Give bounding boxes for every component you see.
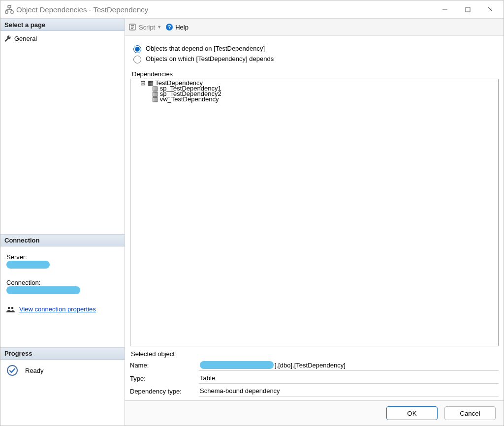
sidebar-item-general[interactable]: General	[4, 34, 121, 43]
selected-deptype-label: Dependency type:	[130, 388, 199, 395]
close-button[interactable]	[479, 1, 502, 17]
radio-depends-input[interactable]	[133, 56, 141, 63]
progress-header: Progress	[0, 347, 125, 360]
view-connection-properties-link[interactable]: View connection properties	[19, 305, 96, 313]
progress-status: Ready	[25, 367, 44, 374]
dialog-window: Object Dependencies - TestDependency Sel…	[0, 0, 504, 426]
svg-text:?: ?	[168, 24, 171, 30]
svg-point-9	[7, 365, 17, 375]
connection-label: Connection:	[6, 279, 119, 286]
sidebar: Select a page General Connection Server:…	[0, 19, 125, 426]
svg-rect-1	[5, 11, 8, 13]
connection-value-redacted	[6, 286, 80, 294]
selected-name-suffix: ].[dbo].[TestDependency]	[275, 362, 346, 369]
select-page-header: Select a page	[0, 19, 125, 31]
check-circle-icon	[6, 365, 18, 376]
cancel-button[interactable]: Cancel	[444, 406, 496, 420]
connection-header: Connection	[0, 234, 125, 246]
dependencies-label: Dependencies	[132, 70, 499, 78]
content-area: Objects that depend on [TestDependency] …	[125, 36, 504, 400]
view-icon: ▥	[152, 95, 158, 103]
dialog-body: Select a page General Connection Server:…	[0, 19, 504, 426]
server-label: Server:	[6, 253, 119, 261]
selected-type-row: Type: Table	[130, 373, 499, 384]
progress-panel: Ready	[0, 360, 125, 381]
caption-buttons	[434, 1, 502, 17]
script-icon	[129, 24, 137, 30]
radio-depend-on-label: Objects that depend on [TestDependency]	[146, 45, 265, 52]
maximize-button[interactable]	[456, 1, 479, 17]
help-label: Help	[175, 24, 189, 31]
selected-deptype-row: Dependency type: Schema-bound dependency	[130, 386, 499, 396]
svg-point-7	[8, 306, 10, 309]
users-icon	[6, 306, 15, 313]
selected-object-header: Selected object	[131, 350, 499, 358]
radio-objects-depend-on[interactable]: Objects that depend on [TestDependency]	[131, 44, 498, 53]
dialog-footer: OK Cancel	[125, 400, 504, 426]
toolbar: Script ▼ ? Help	[125, 19, 504, 36]
svg-rect-4	[466, 7, 470, 12]
collapse-icon[interactable]: ⊟	[140, 79, 146, 87]
wrench-icon	[4, 35, 11, 42]
tree-node-label: vw_TestDependency	[160, 96, 219, 102]
selected-type-label: Type:	[130, 375, 199, 382]
svg-rect-2	[11, 11, 13, 13]
hierarchy-icon	[4, 4, 14, 14]
dependencies-tree[interactable]: ⊟ ▦ TestDependency ▥ sp_TestDependency1 …	[130, 79, 499, 346]
sidebar-item-label: General	[14, 35, 37, 42]
svg-point-8	[11, 306, 14, 309]
svg-rect-0	[8, 5, 11, 8]
main-panel: Script ▼ ? Help Objects that depend on […	[125, 19, 504, 426]
connection-panel: Server: Connection: View connection prop…	[0, 246, 125, 318]
script-dropdown[interactable]: Script ▼	[129, 24, 161, 31]
dependency-direction-group: Objects that depend on [TestDependency] …	[131, 43, 498, 64]
chevron-down-icon: ▼	[157, 25, 161, 30]
radio-depend-on-input[interactable]	[133, 45, 141, 53]
help-icon: ?	[165, 23, 173, 31]
selected-name-value[interactable]: ].[dbo].[TestDependency]	[199, 360, 499, 371]
title-bar: Object Dependencies - TestDependency	[0, 0, 504, 19]
server-value-redacted	[6, 261, 50, 269]
minimize-button[interactable]	[434, 1, 456, 17]
radio-objects-depends[interactable]: Objects on which [TestDependency] depend…	[131, 54, 498, 63]
selected-deptype-value: Schema-bound dependency	[199, 386, 499, 396]
radio-depends-label: Objects on which [TestDependency] depend…	[146, 55, 274, 62]
window-title: Object Dependencies - TestDependency	[14, 5, 434, 14]
selected-type-value: Table	[199, 373, 499, 384]
help-button[interactable]: ? Help	[165, 23, 189, 31]
script-label: Script	[139, 24, 155, 31]
selected-name-row: Name: ].[dbo].[TestDependency]	[130, 360, 499, 371]
tree-node-child[interactable]: ▥ vw_TestDependency	[132, 96, 496, 102]
selected-name-redacted	[200, 361, 274, 369]
ok-button[interactable]: OK	[386, 406, 438, 420]
selected-name-label: Name:	[130, 362, 199, 369]
